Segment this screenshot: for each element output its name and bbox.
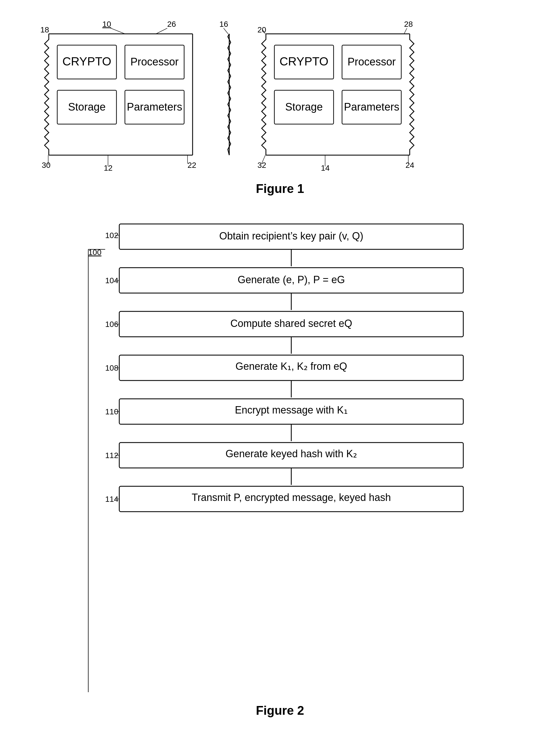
step-104-text: Generate (e, P), P = eG bbox=[238, 274, 345, 285]
flowchart: 102 Obtain recipient’s key pair (v, Q) 1… bbox=[82, 218, 478, 698]
ref-32: 32 bbox=[257, 161, 266, 169]
step-106-text: Compute shared secret eQ bbox=[230, 318, 352, 329]
processor1-label: Processor bbox=[130, 56, 179, 68]
svg-line-21 bbox=[404, 28, 407, 34]
step-102-text: Obtain recipient’s key pair (v, Q) bbox=[219, 230, 363, 242]
ref-16: 16 bbox=[219, 20, 228, 28]
figure1-wrapper: CRYPTO Processor Storage Parameters 18 1… bbox=[26, 17, 534, 176]
storage1-label: Storage bbox=[68, 101, 106, 113]
figure2-label: Figure 2 bbox=[256, 704, 304, 718]
ref-20: 20 bbox=[257, 25, 266, 34]
ref-10: 10 bbox=[103, 20, 111, 28]
figure1-svg: CRYPTO Processor Storage Parameters 18 1… bbox=[26, 17, 534, 175]
step-110-text: Encrypt message with K₁ bbox=[235, 404, 348, 416]
ref-24: 24 bbox=[405, 161, 414, 169]
ref-22: 22 bbox=[188, 161, 196, 169]
ref-28: 28 bbox=[404, 20, 413, 28]
figure2-svg: 102 Obtain recipient’s key pair (v, Q) 1… bbox=[82, 218, 478, 698]
figure1-label: Figure 1 bbox=[256, 182, 304, 196]
svg-line-7 bbox=[110, 28, 125, 34]
ref-18: 18 bbox=[40, 25, 49, 34]
svg-line-13 bbox=[224, 28, 228, 34]
storage2-label: Storage bbox=[285, 101, 323, 113]
svg-line-8 bbox=[156, 28, 167, 34]
figure1-container: CRYPTO Processor Storage Parameters 18 1… bbox=[23, 17, 537, 196]
processor2-label: Processor bbox=[347, 56, 396, 68]
figure2-container: 102 Obtain recipient’s key pair (v, Q) 1… bbox=[23, 218, 537, 718]
crypto2-label: CRYPTO bbox=[279, 55, 329, 68]
step-114-text: Transmit P, encrypted message, keyed has… bbox=[192, 492, 391, 503]
step-108-text: Generate K₁, K₂ from eQ bbox=[235, 360, 347, 372]
step-112-text: Generate keyed hash with K₂ bbox=[226, 448, 357, 459]
ref-30: 30 bbox=[42, 161, 50, 169]
parameters2-label: Parameters bbox=[344, 101, 399, 113]
parameters1-label: Parameters bbox=[127, 101, 182, 113]
crypto1-label: CRYPTO bbox=[62, 55, 112, 68]
ref-26: 26 bbox=[167, 20, 176, 28]
page: CRYPTO Processor Storage Parameters 18 1… bbox=[0, 0, 560, 739]
